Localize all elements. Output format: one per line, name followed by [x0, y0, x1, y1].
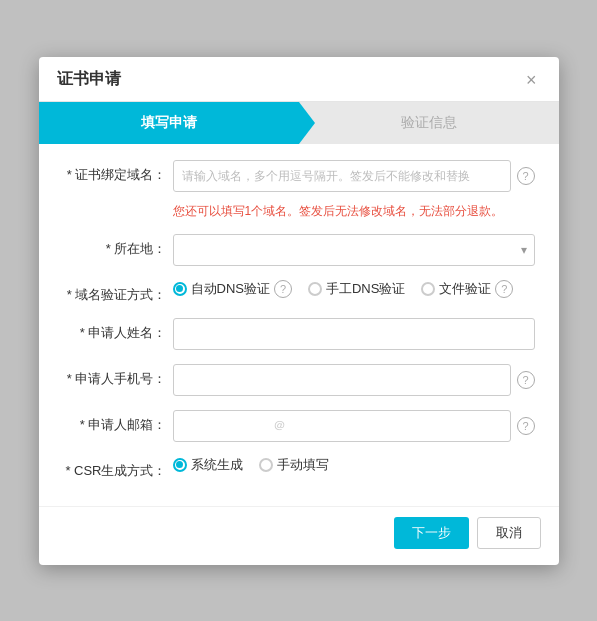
step-fill-label: 填写申请: [141, 114, 197, 132]
certificate-dialog: 证书申请 × 填写申请 验证信息 * 证书绑定域名： ? 您还可以填写1个域名。…: [39, 57, 559, 565]
csr-row: * CSR生成方式： 系统生成 手动填写: [63, 456, 535, 480]
radio-file-label: 文件验证: [439, 280, 491, 298]
applicant-name-label: * 申请人姓名：: [63, 318, 173, 342]
radio-manual-dns-circle: [308, 282, 322, 296]
verify-method-row: * 域名验证方式： 自动DNS验证 ? 手工DNS验证 文件验证: [63, 280, 535, 304]
applicant-phone-row: * 申请人手机号： ?: [63, 364, 535, 396]
csr-radio-group: 系统生成 手动填写: [173, 456, 329, 474]
verify-option-file[interactable]: 文件验证 ?: [421, 280, 513, 298]
verify-radio-group: 自动DNS验证 ? 手工DNS验证 文件验证 ?: [173, 280, 514, 298]
radio-auto-dns-circle: [173, 282, 187, 296]
auto-dns-help-icon[interactable]: ?: [274, 280, 292, 298]
location-select-wrap: ▾: [173, 234, 535, 266]
location-select[interactable]: [173, 234, 535, 266]
domain-input-wrap: ?: [173, 160, 535, 192]
applicant-email-control: ?: [173, 410, 535, 442]
verify-control: 自动DNS验证 ? 手工DNS验证 文件验证 ?: [173, 280, 535, 298]
domain-help-icon[interactable]: ?: [517, 167, 535, 185]
phone-help-icon[interactable]: ?: [517, 371, 535, 389]
verify-option-manual-dns[interactable]: 手工DNS验证: [308, 280, 405, 298]
step-verify-label: 验证信息: [401, 114, 457, 132]
radio-auto-dns-label: 自动DNS验证: [191, 280, 270, 298]
form-body: * 证书绑定域名： ? 您还可以填写1个域名。签发后无法修改域名，无法部分退款。…: [39, 144, 559, 506]
csr-control: 系统生成 手动填写: [173, 456, 535, 474]
dialog-footer: 下一步 取消: [39, 506, 559, 565]
step-fill-application[interactable]: 填写申请: [39, 102, 299, 144]
domain-input[interactable]: [173, 160, 511, 192]
applicant-phone-input[interactable]: [173, 364, 511, 396]
verify-option-auto-dns[interactable]: 自动DNS验证 ?: [173, 280, 292, 298]
applicant-name-row: * 申请人姓名：: [63, 318, 535, 350]
domain-control: ? 您还可以填写1个域名。签发后无法修改域名，无法部分退款。: [173, 160, 535, 220]
radio-csr-auto-circle: [173, 458, 187, 472]
applicant-phone-label: * 申请人手机号：: [63, 364, 173, 388]
csr-label: * CSR生成方式：: [63, 456, 173, 480]
file-help-icon[interactable]: ?: [495, 280, 513, 298]
step-verify-info[interactable]: 验证信息: [299, 102, 559, 144]
cancel-button[interactable]: 取消: [477, 517, 541, 549]
radio-csr-manual-circle: [259, 458, 273, 472]
csr-option-manual[interactable]: 手动填写: [259, 456, 329, 474]
location-label: * 所在地：: [63, 234, 173, 258]
radio-csr-auto-label: 系统生成: [191, 456, 243, 474]
applicant-name-input[interactable]: [173, 318, 535, 350]
email-input-wrap: ?: [173, 410, 535, 442]
applicant-name-control: [173, 318, 535, 350]
applicant-email-label: * 申请人邮箱：: [63, 410, 173, 434]
dialog-title: 证书申请: [57, 69, 121, 90]
verify-label: * 域名验证方式：: [63, 280, 173, 304]
dialog-header: 证书申请 ×: [39, 57, 559, 102]
phone-input-wrap: ?: [173, 364, 535, 396]
applicant-phone-control: ?: [173, 364, 535, 396]
email-help-icon[interactable]: ?: [517, 417, 535, 435]
next-button[interactable]: 下一步: [394, 517, 469, 549]
location-row: * 所在地： ▾: [63, 234, 535, 266]
radio-manual-dns-label: 手工DNS验证: [326, 280, 405, 298]
location-control: ▾: [173, 234, 535, 266]
steps-bar: 填写申请 验证信息: [39, 102, 559, 144]
radio-csr-manual-label: 手动填写: [277, 456, 329, 474]
domain-row: * 证书绑定域名： ? 您还可以填写1个域名。签发后无法修改域名，无法部分退款。: [63, 160, 535, 220]
applicant-email-row: * 申请人邮箱： ?: [63, 410, 535, 442]
close-button[interactable]: ×: [522, 69, 541, 91]
domain-label: * 证书绑定域名：: [63, 160, 173, 184]
csr-option-auto[interactable]: 系统生成: [173, 456, 243, 474]
applicant-email-input[interactable]: [173, 410, 511, 442]
radio-file-circle: [421, 282, 435, 296]
domain-hint: 您还可以填写1个域名。签发后无法修改域名，无法部分退款。: [173, 202, 535, 220]
